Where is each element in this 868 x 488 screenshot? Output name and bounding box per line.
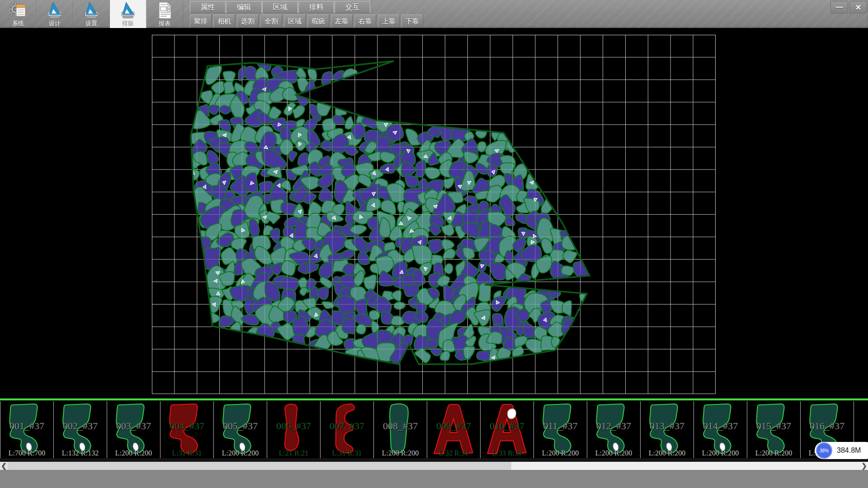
part-name: 007_#37 xyxy=(321,420,373,432)
action-button-10[interactable]: 下靠 xyxy=(401,14,423,28)
mode-button-design[interactable]: 设计 xyxy=(37,0,73,28)
part-name: 015_#37 xyxy=(747,420,800,432)
part-lr-count: L:200 R:200 xyxy=(694,449,747,457)
part-thumbnail[interactable]: 009_#37L:32 R:31 xyxy=(427,401,481,458)
part-name: 013_#37 xyxy=(641,420,693,432)
action-button-7[interactable]: 左靠 xyxy=(331,14,353,28)
part-lr-count: L:32 R:31 xyxy=(427,449,480,457)
mode-button-report[interactable]: 报表 xyxy=(146,0,183,28)
part-thumbnail[interactable]: 004_#37L:31 R:31 xyxy=(160,401,214,458)
minimize-button[interactable]: — xyxy=(830,1,848,14)
footer-bar xyxy=(0,470,868,488)
part-thumbnail[interactable]: 014_#37L:200 R:200 xyxy=(694,401,747,458)
layout-icon xyxy=(118,1,137,19)
part-lr-count: L:200 R:200 xyxy=(587,449,640,457)
window-controls: — ✕ xyxy=(830,1,867,14)
menu-tab-4[interactable]: 排料 xyxy=(298,1,334,13)
action-button-6[interactable]: 瑕疵 xyxy=(307,14,329,28)
action-button-8[interactable]: 右靠 xyxy=(354,14,376,28)
part-thumbnail[interactable]: 006_#37L:21 R:21 xyxy=(267,401,321,458)
part-thumbnail[interactable]: 013_#37L:200 R:200 xyxy=(641,401,694,458)
horizontal-scrollbar[interactable]: ❮ ❯ xyxy=(0,462,868,470)
mode-button-label: 排版 xyxy=(122,19,134,27)
design-icon xyxy=(45,1,64,19)
parts-strip: 001_#37L:700 R:700002_#37L:132 R:132003_… xyxy=(0,399,868,462)
part-thumbnail[interactable]: 012_#37L:200 R:200 xyxy=(587,401,641,458)
part-name: 002_#37 xyxy=(54,420,107,432)
mode-button-settings[interactable]: 设置 xyxy=(73,0,110,28)
scroll-right-button[interactable]: ❯ xyxy=(860,462,868,470)
action-button-4[interactable]: 全割 xyxy=(260,14,282,28)
action-button-row: 聚排相机选割全割区域瑕疵左靠右靠上靠下靠 xyxy=(190,14,425,28)
part-lr-count: L:31 R:31 xyxy=(160,449,213,457)
app-window: 系统设计设置排版报表 属性编辑区域排料交互 聚排相机选割全割区域瑕疵左靠右靠上靠… xyxy=(0,0,868,488)
nested-pieces xyxy=(184,56,601,370)
part-name: 014_#37 xyxy=(694,420,747,432)
part-name: 012_#37 xyxy=(587,420,640,432)
part-lr-count: L:200 R:200 xyxy=(107,449,160,457)
part-thumbnail[interactable]: 015_#37L:200 R:200 xyxy=(747,401,801,458)
menu-tab-3[interactable]: 区域 xyxy=(262,1,298,13)
part-lr-count: L:21 R:21 xyxy=(267,449,320,457)
menu-tab-5[interactable]: 交互 xyxy=(335,1,370,13)
scrollbar-thumb[interactable] xyxy=(8,462,511,470)
action-button-1[interactable]: 聚排 xyxy=(190,14,212,28)
mode-button-label: 报表 xyxy=(159,19,170,27)
main-toolbar: 系统设计设置排版报表 属性编辑区域排料交互 聚排相机选割全割区域瑕疵左靠右靠上靠… xyxy=(0,0,868,28)
system-icon xyxy=(9,1,28,19)
progress-percent: 38% xyxy=(820,448,829,453)
mode-button-label: 系统 xyxy=(12,19,24,27)
mode-button-system[interactable]: 系统 xyxy=(0,0,37,28)
part-name: 005_#37 xyxy=(214,420,267,432)
part-name: 016_#37 xyxy=(801,420,854,432)
part-thumbnail[interactable]: 010_#37L:33 R:33 xyxy=(481,401,534,458)
mode-button-label: 设置 xyxy=(85,19,97,27)
nesting-canvas[interactable] xyxy=(0,28,868,399)
mode-button-group: 系统设计设置排版报表 xyxy=(0,0,183,28)
part-name: 010_#37 xyxy=(481,420,533,432)
menu-tab-row: 属性编辑区域排料交互 xyxy=(190,1,425,13)
part-name: 003_#37 xyxy=(107,420,160,432)
progress-circle-icon: 38% xyxy=(816,442,832,459)
scroll-left-button[interactable]: ❮ xyxy=(0,462,8,470)
part-name: 0 xyxy=(854,420,868,432)
nesting-grid xyxy=(152,35,716,394)
mode-button-layout[interactable]: 排版 xyxy=(110,0,146,28)
menu-tab-2[interactable]: 编辑 xyxy=(226,1,262,13)
part-thumbnail[interactable]: 011_#37L:200 R:200 xyxy=(534,401,587,458)
action-button-9[interactable]: 上靠 xyxy=(378,14,400,28)
report-icon xyxy=(155,1,174,19)
part-name: 001_#37 xyxy=(0,420,53,432)
download-size-label: 384.8M xyxy=(837,446,861,455)
part-lr-count: L:33 R:33 xyxy=(481,449,533,457)
close-button[interactable]: ✕ xyxy=(849,1,867,14)
part-thumbnail[interactable]: 003_#37L:200 R:200 xyxy=(107,401,160,458)
menu-tab-1[interactable]: 属性 xyxy=(190,1,226,13)
part-thumbnail[interactable]: 002_#37L:132 R:132 xyxy=(54,401,107,458)
part-lr-count: L:700 R:700 xyxy=(0,449,53,457)
part-lr-count: L:132 R:132 xyxy=(54,449,107,457)
part-lr-count: L:200 R:200 xyxy=(374,449,427,457)
strip-top-line xyxy=(0,399,868,400)
download-progress-pill[interactable]: 38% 384.8M xyxy=(815,442,868,459)
part-thumbnail[interactable]: 005_#37L:200 R:200 xyxy=(214,401,267,458)
part-name: 008_#37 xyxy=(374,420,427,432)
part-lr-count: L:200 R:200 xyxy=(747,449,800,457)
part-thumbnail[interactable]: 008_#37L:200 R:200 xyxy=(374,401,427,458)
action-button-3[interactable]: 选割 xyxy=(237,14,259,28)
settings-icon xyxy=(82,1,101,19)
part-name: 004_#37 xyxy=(160,420,213,432)
action-button-5[interactable]: 区域 xyxy=(284,14,306,28)
part-lr-count: L:200 R:200 xyxy=(214,449,267,457)
menu-area: 属性编辑区域排料交互 聚排相机选割全割区域瑕疵左靠右靠上靠下靠 xyxy=(190,0,425,28)
action-button-2[interactable]: 相机 xyxy=(213,14,235,28)
part-thumbnail-list: 001_#37L:700 R:700002_#37L:132 R:132003_… xyxy=(0,401,868,459)
mode-button-label: 设计 xyxy=(49,19,61,27)
part-name: 009_#37 xyxy=(427,420,480,432)
part-lr-count: L:31 R:31 xyxy=(321,449,373,457)
part-lr-count: L:200 R:200 xyxy=(534,449,587,457)
part-thumbnail[interactable]: 007_#37L:31 R:31 xyxy=(321,401,374,458)
part-name: 011_#37 xyxy=(534,420,587,432)
part-name: 006_#37 xyxy=(267,420,320,432)
part-thumbnail[interactable]: 001_#37L:700 R:700 xyxy=(0,401,54,458)
